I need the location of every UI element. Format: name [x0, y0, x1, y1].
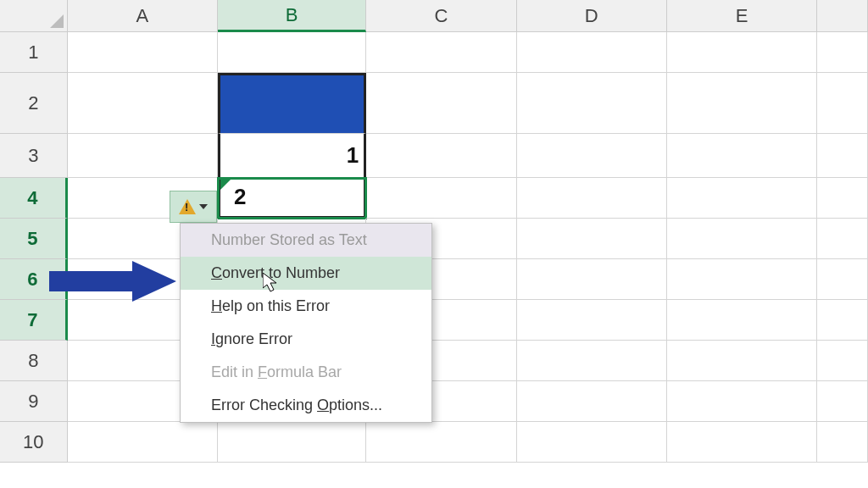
cell-E2[interactable]: [667, 73, 817, 134]
menu-item-convert-to-number[interactable]: Convert to Number: [181, 257, 431, 290]
row-header-1[interactable]: 1: [0, 32, 68, 73]
cell-E7[interactable]: [667, 300, 817, 341]
row-header-2[interactable]: 2: [0, 73, 68, 134]
row-4: 4 2: [0, 178, 868, 219]
cell-A3[interactable]: [68, 134, 218, 178]
menu-accel: F: [258, 363, 267, 380]
row-header-8[interactable]: 8: [0, 341, 68, 381]
row-3: 3 1: [0, 134, 868, 178]
menu-item-ignore-error[interactable]: Ignore Error: [181, 323, 431, 356]
cell-A2[interactable]: [68, 73, 218, 134]
cell-D4[interactable]: [517, 178, 667, 219]
col-header-B[interactable]: B: [218, 0, 366, 32]
cell-A10[interactable]: [68, 422, 218, 463]
cell-C1[interactable]: [366, 32, 516, 73]
row-header-4[interactable]: 4: [0, 178, 68, 219]
cell-F10[interactable]: [817, 422, 868, 463]
cell-E6[interactable]: [667, 259, 817, 300]
col-header-A[interactable]: A: [68, 0, 218, 32]
cell-F9[interactable]: [817, 381, 868, 422]
row-5: 5: [0, 219, 868, 259]
cell-F4[interactable]: [817, 178, 868, 219]
row-header-3[interactable]: 3: [0, 134, 68, 178]
row-10: 10: [0, 422, 868, 463]
cell-E10[interactable]: [667, 422, 817, 463]
cell-B4-value: 2: [234, 184, 246, 210]
row-header-5[interactable]: 5: [0, 219, 68, 259]
menu-item-edit-in-formula-bar: Edit in Formula Bar: [181, 356, 431, 389]
cell-C4[interactable]: [366, 178, 516, 219]
cell-D6[interactable]: [517, 259, 667, 300]
select-all-icon: [50, 14, 64, 28]
row-header-9[interactable]: 9: [0, 381, 68, 422]
worksheet: A B C D E 1 2 3 1 4: [0, 0, 868, 488]
cell-C2[interactable]: [366, 73, 516, 134]
cell-F7[interactable]: [817, 300, 868, 341]
error-smarttag-button[interactable]: [170, 191, 217, 223]
cell-F5[interactable]: [817, 219, 868, 259]
error-context-menu: Number Stored as Text Convert to Number …: [180, 223, 432, 423]
error-triangle-icon: [220, 178, 232, 190]
cell-D2[interactable]: [517, 73, 667, 134]
row-2: 2: [0, 73, 868, 134]
col-header-overflow[interactable]: [817, 0, 868, 32]
menu-text: Error Checking: [211, 396, 317, 413]
cell-F8[interactable]: [817, 341, 868, 381]
cell-E4[interactable]: [667, 178, 817, 219]
menu-text: ormula Bar: [267, 363, 342, 380]
cell-B1[interactable]: [218, 32, 366, 73]
cell-D3[interactable]: [517, 134, 667, 178]
menu-accel: H: [211, 297, 222, 314]
cell-E5[interactable]: [667, 219, 817, 259]
chevron-down-icon: [199, 204, 208, 209]
cell-B4[interactable]: 2: [218, 178, 366, 219]
cell-D8[interactable]: [517, 341, 667, 381]
row-header-10[interactable]: 10: [0, 422, 68, 463]
row-header-7[interactable]: 7: [0, 300, 68, 341]
col-header-C[interactable]: C: [366, 0, 516, 32]
cell-E8[interactable]: [667, 341, 817, 381]
menu-text: gnore Error: [215, 330, 292, 347]
svg-marker-1: [49, 261, 176, 302]
cell-B10[interactable]: [218, 422, 366, 463]
cell-C3[interactable]: [366, 134, 516, 178]
cell-B2[interactable]: [218, 73, 366, 134]
row-8: 8: [0, 341, 868, 381]
cell-F3[interactable]: [817, 134, 868, 178]
cell-D9[interactable]: [517, 381, 667, 422]
annotation-arrow-icon: [49, 261, 176, 302]
cell-A1[interactable]: [68, 32, 218, 73]
cell-D1[interactable]: [517, 32, 667, 73]
menu-text: elp on this Error: [222, 297, 330, 314]
cell-C10[interactable]: [366, 422, 516, 463]
cell-F1[interactable]: [817, 32, 868, 73]
menu-text: onvert to Number: [222, 264, 340, 281]
cell-E3[interactable]: [667, 134, 817, 178]
cell-F2[interactable]: [817, 73, 868, 134]
menu-accel: C: [211, 264, 222, 281]
warning-icon: [179, 199, 196, 214]
cell-B3[interactable]: 1: [218, 134, 366, 178]
menu-text: ptions...: [329, 396, 382, 413]
row-9: 9: [0, 381, 868, 422]
cell-D10[interactable]: [517, 422, 667, 463]
cell-E1[interactable]: [667, 32, 817, 73]
col-header-D[interactable]: D: [517, 0, 667, 32]
cell-D5[interactable]: [517, 219, 667, 259]
row-1: 1: [0, 32, 868, 73]
select-all-corner[interactable]: [0, 0, 68, 32]
menu-accel: O: [317, 396, 329, 413]
cell-D7[interactable]: [517, 300, 667, 341]
menu-text: Edit in: [211, 363, 258, 380]
row-7: 7: [0, 300, 868, 341]
menu-item-help-on-error[interactable]: Help on this Error: [181, 290, 431, 323]
col-header-E[interactable]: E: [667, 0, 817, 32]
cell-F6[interactable]: [817, 259, 868, 300]
menu-item-error-checking-options[interactable]: Error Checking Options...: [181, 389, 431, 422]
cell-E9[interactable]: [667, 381, 817, 422]
menu-title: Number Stored as Text: [181, 224, 431, 257]
column-headers: A B C D E: [0, 0, 868, 32]
svg-marker-0: [50, 14, 64, 28]
